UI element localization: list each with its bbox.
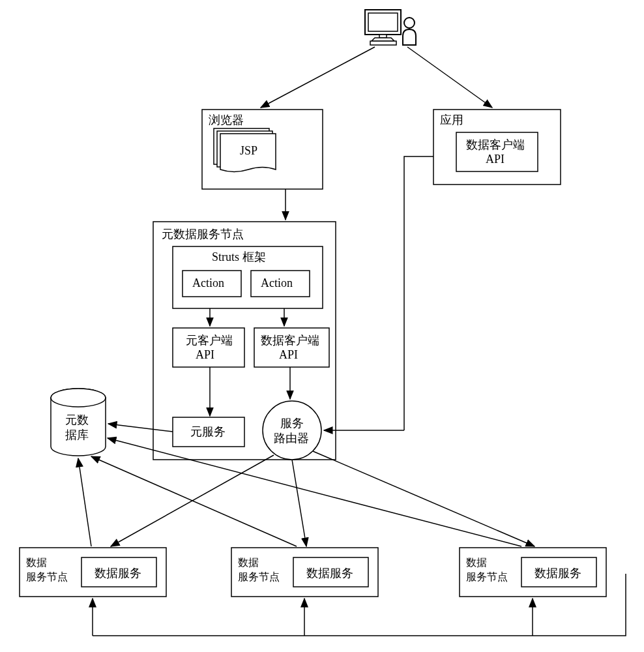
db-line1: 元数 — [65, 413, 89, 426]
action1-label: Action — [192, 276, 224, 289]
data-service-node-1: 数据 服务节点 数据服务 — [20, 548, 166, 597]
app-client-api-1: 数据客户端 — [466, 138, 525, 151]
action2-label: Action — [261, 276, 293, 289]
dn3-svc: 数据服务 — [534, 567, 581, 580]
jsp-label: JSP — [240, 144, 257, 157]
svg-rect-4 — [370, 41, 396, 45]
app-client-api-2: API — [486, 153, 505, 166]
data-client-1: 数据客户端 — [261, 334, 319, 347]
metadata-service-node: 元数据服务节点 Struts 框架 Action Action 元客户端 API… — [153, 222, 336, 460]
data-client-2: API — [279, 348, 298, 361]
app-box: 应用 数据客户端 API — [433, 110, 561, 185]
dn3-t2: 服务节点 — [466, 571, 508, 582]
metadata-db: 元数 据库 — [51, 389, 106, 456]
browser-title: 浏览器 — [209, 113, 244, 126]
svg-point-5 — [404, 18, 415, 28]
dn2-t1: 数据 — [238, 557, 259, 568]
db-line2: 据库 — [65, 428, 89, 441]
meta-client-2: API — [196, 348, 214, 361]
service-router-circle — [263, 401, 321, 460]
data-service-node-3: 数据 服务节点 数据服务 — [460, 548, 606, 597]
dn1-svc: 数据服务 — [95, 567, 141, 580]
app-title: 应用 — [440, 113, 463, 126]
svg-point-19 — [51, 389, 106, 407]
dn1-t1: 数据 — [26, 557, 47, 568]
router-1: 服务 — [280, 417, 304, 430]
data-service-node-2: 数据 服务节点 数据服务 — [231, 548, 378, 597]
browser-box: 浏览器 JSP — [202, 110, 323, 189]
dn2-t2: 服务节点 — [238, 571, 280, 582]
router-2: 路由器 — [274, 432, 309, 445]
dn3-t1: 数据 — [466, 557, 487, 568]
dn1-t2: 服务节点 — [26, 571, 68, 582]
meta-service-label: 元服务 — [190, 425, 226, 438]
dn2-svc: 数据服务 — [306, 567, 353, 580]
computer-user-icon — [365, 10, 416, 45]
svg-rect-2 — [368, 13, 398, 31]
meta-client-1: 元客户端 — [186, 334, 233, 347]
metadata-title: 元数据服务节点 — [162, 228, 244, 241]
architecture-diagram: 浏览器 JSP 应用 数据客户端 API 元数据服务节点 Struts 框架 A… — [0, 0, 644, 652]
struts-label: Struts 框架 — [212, 250, 266, 263]
